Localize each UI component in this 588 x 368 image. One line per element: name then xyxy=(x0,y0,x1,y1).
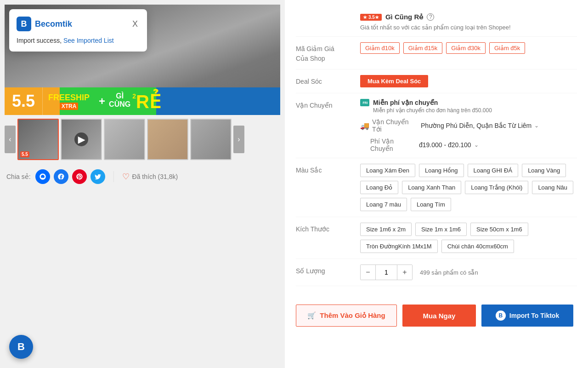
size-1mx1m6[interactable]: Size 1m x 1m6 xyxy=(415,223,467,236)
color-loang-xanh-than[interactable]: Loang Xanh Than xyxy=(402,181,461,194)
add-cart-label: Thêm Vào Giỏ Hàng xyxy=(320,311,385,320)
deal-soc-button[interactable]: Mua Kèm Deal Sóc xyxy=(360,75,428,87)
delivery-location-value[interactable]: Phường Phú Diễn, Quận Bắc Từ Liêm xyxy=(421,122,531,129)
color-loang-nau[interactable]: Loang Nâu xyxy=(532,181,573,194)
freeship-sub: XTRA xyxy=(60,103,79,110)
kich-thuoc-section: Kích Thước Size 1m6 x 2m Size 1m x 1m6 S… xyxy=(296,217,577,259)
quantity-row: − + 499 sản phẩm có sẵn xyxy=(360,264,577,280)
right-panel: ★ 3.5★ Gì Cũng Rẻ ? Giá tốt nhất so với … xyxy=(285,0,588,368)
voucher-btn-4[interactable]: Giảm đ5k xyxy=(489,42,525,54)
quantity-increase-button[interactable]: + xyxy=(397,265,412,280)
size-chui-chan[interactable]: Chùi chân 40cmx60cm xyxy=(441,240,514,253)
so-luong-label: Số Lượng xyxy=(296,264,351,276)
gi-cung-re-row: ★ 3.5★ Gì Cũng Rẻ ? xyxy=(360,13,577,21)
fee-value[interactable]: đ19.000 - đ20.100 xyxy=(419,141,471,149)
thumbnail-4[interactable] xyxy=(147,119,188,160)
banner-re-text: RẺ xyxy=(136,92,161,111)
share-messenger-button[interactable] xyxy=(35,169,50,184)
color-loang-vang[interactable]: Loang Vàng xyxy=(522,164,566,177)
voucher-btn-3[interactable]: Giảm đ30k xyxy=(446,42,486,54)
stock-info: 499 sản phẩm có sẵn xyxy=(420,269,478,276)
add-to-cart-button[interactable]: 🛒 Thêm Vào Giỏ Hàng xyxy=(296,305,397,327)
so-luong-section: Số Lượng − + 499 sản phẩm có sẵn xyxy=(296,259,577,286)
thumb-1-image: 5.5 xyxy=(18,120,58,159)
buy-now-button[interactable]: Mua Ngay xyxy=(402,305,476,327)
thumb-badge: 5.5 xyxy=(20,151,29,157)
banner-gi-text: GÌ xyxy=(116,92,124,100)
like-button[interactable]: ♡ Đã thích (31,8k) xyxy=(122,172,178,182)
delivery-chevron-icon: ⌄ xyxy=(534,122,539,129)
svg-text:FREE: FREE xyxy=(363,101,368,104)
voucher-btn-1[interactable]: Giảm đ10k xyxy=(360,42,400,54)
share-pinterest-button[interactable] xyxy=(72,169,87,184)
thumb-prev-button[interactable]: ‹ xyxy=(5,126,16,153)
thumbnail-row: ‹ 5.5 ▶ xyxy=(5,119,280,160)
thumbnail-1[interactable]: 5.5 xyxy=(17,119,59,160)
like-count: Đã thích (31,8k) xyxy=(132,173,178,180)
quantity-decrease-button[interactable]: − xyxy=(361,265,375,280)
svg-text:★: ★ xyxy=(363,15,368,19)
quantity-control: − + xyxy=(360,264,413,280)
color-loang-xam-den[interactable]: Loang Xám Đen xyxy=(360,164,415,177)
thumb-3-image xyxy=(105,120,144,159)
deal-soc-content: Mua Kèm Deal Sóc xyxy=(360,75,577,87)
logo-icon: B xyxy=(17,17,31,31)
becomtik-floating-button[interactable]: B xyxy=(9,335,33,359)
share-facebook-button[interactable] xyxy=(54,169,68,184)
free-ship-text-col: Miễn phí vận chuyển Miễn phí vận chuyển … xyxy=(373,99,492,114)
floating-btn-icon: B xyxy=(17,341,25,353)
color-loang-hong[interactable]: Loang Hồng xyxy=(419,164,464,177)
banner-gi-cung-re: GÌ CÙNG 2 RẺ xyxy=(109,92,161,111)
free-ship-sub: Miễn phí vận chuyển cho đơn hàng trên đ5… xyxy=(373,107,492,114)
thumb-4-image xyxy=(148,120,187,159)
gi-cung-re-content: ★ 3.5★ Gì Cũng Rẻ ? Giá tốt nhất so với … xyxy=(360,13,577,31)
size-1m6x2m[interactable]: Size 1m6 x 2m xyxy=(360,223,412,236)
delivery-location-row: 🚚 Vận Chuyển Tới Phường Phú Diễn, Quận B… xyxy=(360,118,577,133)
popup-header: B Becomtik X xyxy=(17,17,140,31)
share-row: Chia sẻ: ♡ Đã thích (31,8k) xyxy=(5,169,280,184)
free-badge: FREE xyxy=(360,99,369,106)
delivery-to-label: Vận Chuyển Tới xyxy=(372,118,418,133)
logo-text: Becomtik xyxy=(35,19,72,29)
popup-close-button[interactable]: X xyxy=(130,19,140,29)
size-tron[interactable]: Tròn ĐườngKính 1Mx1M xyxy=(360,240,438,253)
van-chuyen-section: Vận Chuyển FREE Miễn phí vận chuyển Miễn… xyxy=(296,93,577,158)
gcr-badge: ★ 3.5★ xyxy=(360,14,382,21)
import-to-tiktok-button[interactable]: B Import To Tiktok xyxy=(481,305,573,327)
kich-thuoc-label: Kích Thước xyxy=(296,223,351,234)
gi-cung-re-label xyxy=(296,13,351,15)
mau-sac-content: Loang Xám Đen Loang Hồng Loang GHI ĐÁ Lo… xyxy=(360,164,577,211)
left-panel: 5.5 FREESHIP XTRA + GÌ CÙNG 2 RẺ xyxy=(0,0,285,368)
color-loang-do[interactable]: Loang Đỏ xyxy=(360,181,398,194)
popup-card: B Becomtik X Import success, See Importe… xyxy=(9,9,147,52)
size-50cmx1m6[interactable]: Size 50cm x 1m6 xyxy=(470,223,528,236)
gcr-info-icon[interactable]: ? xyxy=(427,13,434,21)
voucher-btn-2[interactable]: Giảm đ15k xyxy=(403,42,443,54)
mau-sac-label: Màu Sắc xyxy=(296,164,351,175)
thumbnail-5[interactable] xyxy=(190,119,232,160)
color-loang-tim[interactable]: Loang Tím xyxy=(411,198,451,211)
color-loang-ghi-da[interactable]: Loang GHI ĐÁ xyxy=(468,164,519,177)
heart-icon: ♡ xyxy=(122,172,130,182)
banner-55-text: 5.5 xyxy=(5,87,42,115)
thumbnail-3[interactable] xyxy=(104,119,145,160)
mau-sac-section: Màu Sắc Loang Xám Đen Loang Hồng Loang G… xyxy=(296,158,577,217)
van-chuyen-label: Vận Chuyển xyxy=(296,99,351,110)
banner-plus: + xyxy=(95,95,109,108)
share-twitter-button[interactable] xyxy=(90,169,105,184)
cart-icon: 🛒 xyxy=(307,311,316,320)
import-icon: B xyxy=(496,310,506,321)
size-options: Size 1m6 x 2m Size 1m x 1m6 Size 50cm x … xyxy=(360,223,577,253)
import-label: Import To Tiktok xyxy=(509,312,559,319)
quantity-input[interactable] xyxy=(375,265,397,280)
color-loang-trang-khoi[interactable]: Loang Trắng (Khói) xyxy=(465,181,528,194)
color-loang-7-mau[interactable]: Loang 7 màu xyxy=(360,198,407,211)
see-imported-list-link[interactable]: See Imported List xyxy=(63,37,114,44)
so-luong-content: − + 499 sản phẩm có sẵn xyxy=(360,264,577,280)
banner-cung-text: CÙNG xyxy=(109,100,130,109)
thumbnail-2[interactable]: ▶ xyxy=(61,119,102,160)
popup-body: Import success, See Imported List xyxy=(17,37,140,44)
thumb-next-button[interactable]: › xyxy=(233,126,244,153)
share-label: Chia sẻ: xyxy=(6,173,31,180)
voucher-row: Giảm đ10k Giảm đ15k Giảm đ30k Giảm đ5k xyxy=(360,42,577,54)
